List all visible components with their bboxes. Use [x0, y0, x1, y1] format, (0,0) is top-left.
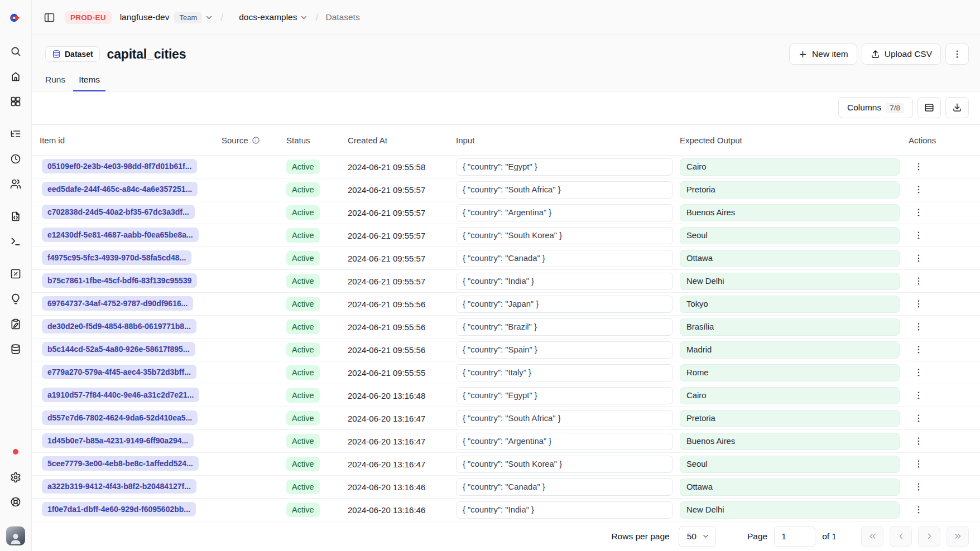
item-id-link[interactable]: 69764737-34af-4752-9787-d90df9616... — [42, 296, 193, 311]
expected-output-cell[interactable]: New Delhi — [680, 273, 900, 290]
input-cell[interactable]: { "country": "South Korea" } — [456, 456, 673, 473]
expected-output-cell[interactable]: Buenos Aires — [680, 433, 900, 450]
expected-output-cell[interactable]: Brasília — [680, 318, 900, 336]
expected-output-cell[interactable]: Seoul — [680, 456, 900, 473]
row-actions-button[interactable] — [909, 226, 929, 244]
input-cell[interactable]: { "country": "South Korea" } — [456, 227, 673, 244]
org-switcher-chevron[interactable] — [205, 13, 213, 22]
input-cell[interactable]: { "country": "Brazil" } — [456, 318, 673, 336]
page-number-input[interactable] — [774, 526, 815, 547]
sidebar-item-users[interactable] — [6, 174, 26, 194]
row-actions-button[interactable] — [909, 341, 929, 359]
row-actions-button[interactable] — [909, 409, 929, 427]
item-id-link[interactable]: d557e7d6-7802-4624-9da6-52d410ea5... — [42, 410, 198, 425]
next-page-button[interactable] — [918, 526, 940, 547]
item-id-link[interactable]: de30d2e0-f5d9-4854-88b6-0619771b8... — [42, 319, 196, 334]
org-name[interactable]: langfuse-dev — [120, 12, 170, 22]
input-cell[interactable]: { "country": "India" } — [456, 501, 673, 519]
rows-per-page-select[interactable]: 50 — [679, 526, 716, 547]
item-id-link[interactable]: 5cee7779-3e00-4eb8-be8c-1affedd524... — [42, 456, 199, 471]
col-source[interactable]: Source — [222, 136, 286, 145]
sidebar-item-settings[interactable] — [6, 467, 26, 487]
item-id-link[interactable]: e779a270-579a-4f45-aec4-35b72d3bff... — [42, 365, 196, 379]
input-cell[interactable]: { "country": "Argentina" } — [456, 433, 673, 450]
sidebar-item-support[interactable] — [6, 492, 26, 512]
last-page-button[interactable] — [947, 526, 969, 547]
item-id-link[interactable]: e12430df-5e81-4687-aabb-f0ea65be8a... — [42, 228, 199, 242]
sidebar-item-file-json[interactable] — [6, 206, 26, 226]
new-item-button[interactable]: New item — [789, 44, 857, 65]
item-id-link[interactable]: b75c7861-1fbe-45cf-bdf6-83f139c95539 — [42, 273, 197, 288]
input-cell[interactable]: { "country": "Canada" } — [456, 250, 673, 267]
item-id-link[interactable]: eed5dafe-244f-465c-a84c-4a6e357251... — [42, 182, 198, 196]
input-cell[interactable]: { "country": "South Africa" } — [456, 410, 673, 427]
sidebar-item-terminal[interactable] — [6, 231, 26, 252]
expected-output-cell[interactable]: Cairo — [680, 158, 900, 176]
input-cell[interactable]: { "country": "Japan" } — [456, 296, 673, 313]
row-actions-button[interactable] — [909, 432, 929, 450]
row-actions-button[interactable] — [909, 478, 929, 496]
sidebar-toggle-button[interactable] — [39, 7, 59, 27]
sidebar-item-lightbulb[interactable] — [6, 289, 26, 309]
row-actions-button[interactable] — [909, 204, 929, 221]
row-actions-button[interactable] — [909, 295, 929, 313]
sidebar-item-home[interactable] — [6, 66, 26, 86]
expected-output-cell[interactable]: Pretoria — [680, 181, 900, 199]
expected-output-cell[interactable]: New Delhi — [680, 501, 900, 519]
sidebar-item-search[interactable] — [6, 41, 26, 61]
expected-output-cell[interactable]: Seoul — [680, 227, 900, 244]
row-height-button[interactable] — [917, 97, 941, 118]
input-cell[interactable]: { "country": "Egypt" } — [456, 158, 673, 176]
item-id-link[interactable]: a1910d57-7f84-440c-9e46-a31c2d7e21... — [42, 388, 199, 402]
tab-items[interactable]: Items — [73, 70, 105, 91]
expected-output-cell[interactable]: Pretoria — [680, 410, 900, 427]
input-cell[interactable]: { "country": "Italy" } — [456, 364, 673, 381]
input-cell[interactable]: { "country": "Egypt" } — [456, 387, 673, 404]
input-cell[interactable]: { "country": "South Africa" } — [456, 181, 673, 199]
item-id-link[interactable]: 1f0e7da1-dbff-4e60-929d-f6095602bb... — [42, 502, 196, 516]
row-actions-button[interactable] — [909, 272, 929, 290]
item-id-link[interactable]: a322b319-9412-4f43-b8f2-b20484127f... — [42, 479, 196, 494]
project-name[interactable]: docs-examples — [239, 12, 297, 22]
row-actions-button[interactable] — [909, 158, 929, 176]
sidebar-item-list-tree[interactable] — [6, 124, 26, 144]
sidebar-item-clock[interactable] — [6, 149, 26, 169]
project-switcher-chevron[interactable] — [300, 13, 308, 22]
langfuse-logo[interactable] — [0, 0, 31, 35]
col-item-id[interactable]: Item id — [40, 136, 222, 145]
col-created-at[interactable]: Created At — [348, 136, 456, 145]
sidebar-item-layout-grid[interactable] — [6, 91, 26, 112]
row-actions-button[interactable] — [909, 386, 929, 404]
expected-output-cell[interactable]: Ottawa — [680, 250, 900, 267]
dataset-menu-button[interactable] — [945, 44, 969, 65]
upload-csv-button[interactable]: Upload CSV — [862, 44, 941, 65]
tab-runs[interactable]: Runs — [40, 70, 71, 91]
row-actions-button[interactable] — [909, 249, 929, 267]
first-page-button[interactable] — [861, 526, 883, 547]
expected-output-cell[interactable]: Cairo — [680, 387, 900, 404]
row-actions-button[interactable] — [909, 455, 929, 473]
item-id-link[interactable]: f4975c95-5fc3-4939-970d-58fa5cd48... — [42, 250, 191, 265]
expected-output-cell[interactable]: Ottawa — [680, 478, 900, 496]
export-button[interactable] — [945, 97, 969, 118]
row-actions-button[interactable] — [909, 318, 929, 336]
columns-button[interactable]: Columns 7/8 — [838, 97, 913, 118]
item-id-link[interactable]: b5c144cd-52a5-4a80-926e-58617f895... — [42, 342, 195, 356]
expected-output-cell[interactable]: Tokyo — [680, 296, 900, 313]
sidebar-item-database[interactable] — [6, 339, 26, 359]
input-cell[interactable]: { "country": "Spain" } — [456, 341, 673, 359]
col-expected-output[interactable]: Expected Output — [680, 136, 904, 145]
item-id-link[interactable]: 05109ef0-2e3b-4e03-98dd-8f7d01b61f... — [42, 159, 197, 173]
input-cell[interactable]: { "country": "Canada" } — [456, 478, 673, 496]
row-actions-button[interactable] — [909, 501, 929, 519]
expected-output-cell[interactable]: Madrid — [680, 341, 900, 359]
col-status[interactable]: Status — [286, 136, 348, 145]
expected-output-cell[interactable]: Rome — [680, 364, 900, 381]
col-input[interactable]: Input — [456, 136, 680, 145]
row-actions-button[interactable] — [909, 364, 929, 381]
item-id-link[interactable]: c702838d-24d5-40a2-bf35-67dc3a3df... — [42, 205, 195, 219]
row-actions-button[interactable] — [909, 181, 929, 199]
user-avatar[interactable] — [6, 526, 25, 545]
input-cell[interactable]: { "country": "India" } — [456, 273, 673, 290]
input-cell[interactable]: { "country": "Argentina" } — [456, 204, 673, 221]
